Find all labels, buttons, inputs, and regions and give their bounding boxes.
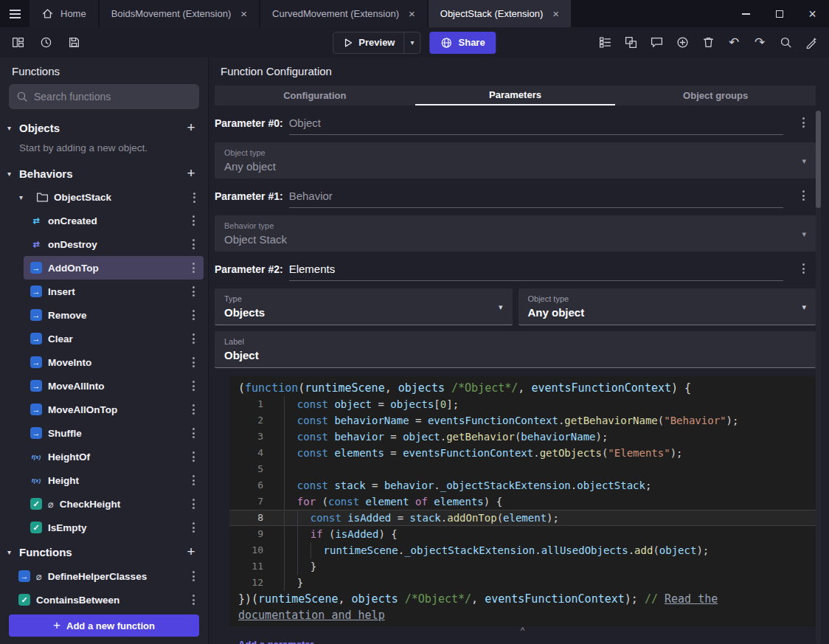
sidebar-item-addontop[interactable]: →AddOnTop (24, 256, 204, 280)
section-objects[interactable]: ▾Objects+ (0, 115, 208, 140)
parameter-name-input[interactable]: Behavior (289, 190, 783, 208)
sidebar-item-ondestroy[interactable]: ⇄onDestroy (24, 232, 204, 256)
item-menu-icon[interactable] (187, 260, 200, 275)
code-line[interactable]: 9 if (isAdded) { (229, 526, 816, 542)
save-icon[interactable] (65, 34, 83, 52)
item-menu-icon[interactable] (187, 190, 201, 205)
item-menu-icon[interactable] (187, 331, 200, 346)
sidebar-item-moveallontop[interactable]: →MoveAllOnTop (24, 398, 204, 421)
sidebar-item-definehelperclasses[interactable]: →⌀DefineHelperClasses (12, 564, 204, 588)
ai-icon[interactable] (802, 34, 820, 52)
add-icon[interactable]: + (183, 120, 199, 136)
redo-icon[interactable]: ↷ (751, 34, 769, 52)
code-line[interactable]: 5 (229, 461, 816, 477)
parameter-menu-icon[interactable] (797, 188, 810, 203)
preview-button[interactable]: Preview ▾ (333, 32, 420, 54)
add-icon[interactable]: + (183, 165, 199, 181)
item-menu-icon[interactable] (187, 426, 200, 440)
sidebar-item-clear[interactable]: →Clear (24, 327, 204, 350)
item-menu-icon[interactable] (187, 520, 200, 535)
main-menu-icon[interactable] (0, 0, 30, 27)
sidebar-group-objectstack[interactable]: ▾ObjectStack (0, 186, 208, 209)
code-editor[interactable]: (function(runtimeScene, objects /*Object… (229, 376, 816, 626)
item-menu-icon[interactable] (187, 355, 200, 370)
sidebar-item-isempty[interactable]: ✓IsEmpty (24, 516, 204, 539)
sidebar-item-oncreated[interactable]: ⇄onCreated (24, 209, 204, 232)
tab-home[interactable]: Home (30, 0, 98, 27)
sidebar-item-shuffle[interactable]: →Shuffle (24, 421, 204, 445)
section-functions[interactable]: ▾Functions+ (0, 539, 208, 564)
minimize-button[interactable] (729, 0, 763, 27)
close-button[interactable]: × (796, 0, 829, 27)
item-menu-icon[interactable] (187, 473, 200, 488)
code-line[interactable]: 12 } (229, 575, 816, 591)
tab-object-groups[interactable]: Object groups (615, 86, 816, 105)
code-line[interactable]: 11 } (229, 558, 816, 575)
item-menu-icon[interactable] (187, 308, 200, 322)
code-line[interactable]: 1 const object = objects[0]; (229, 396, 816, 412)
comment-icon[interactable] (648, 34, 665, 52)
parameter-name-input[interactable]: Object (289, 117, 783, 135)
item-menu-icon[interactable] (187, 569, 200, 584)
section-behaviors[interactable]: ▾Behaviors+ (0, 161, 208, 186)
object-type-select[interactable]: Object type Any object ▾ (518, 288, 816, 325)
search-input[interactable] (34, 91, 192, 103)
undo-icon[interactable]: ↶ (725, 34, 743, 52)
object-type-select[interactable]: Object type Any object ▾ (215, 142, 816, 179)
tab-curvedmovement-extension-[interactable]: CurvedMovement (Extension)× (260, 0, 427, 27)
code-line[interactable]: (function(runtimeScene, objects /*Object… (229, 380, 816, 396)
code-line[interactable]: 2 const behaviorName = eventsFunctionCon… (229, 412, 816, 429)
sidebar-item-moveallinto[interactable]: →MoveAllInto (24, 374, 204, 398)
type-select[interactable]: Type Objects ▾ (215, 288, 513, 325)
item-menu-icon[interactable] (187, 402, 200, 417)
tab-objectstack-extension-[interactable]: ObjectStack (Extension)× (429, 0, 571, 27)
tab-parameters[interactable]: Parameters (415, 86, 616, 105)
code-line[interactable]: 7 for (const element of elements) { (229, 494, 816, 510)
item-menu-icon[interactable] (187, 237, 200, 252)
chevron-down-icon[interactable]: ▾ (404, 38, 420, 46)
code-line[interactable]: 4 const elements = eventsFunctionContext… (229, 445, 816, 461)
item-menu-icon[interactable] (187, 213, 200, 228)
tab-boidsmovement-extension-[interactable]: BoidsMovement (Extension)× (100, 0, 259, 27)
code-line[interactable]: documentation and help (229, 607, 816, 623)
sidebar-item-remove[interactable]: →Remove (24, 303, 204, 327)
close-tab-icon[interactable]: × (552, 7, 559, 20)
code-line[interactable]: 8 const isAdded = stack.addOnTop(element… (229, 510, 816, 526)
sidebar-item-checkheight[interactable]: ✓⌀CheckHeight (24, 492, 204, 516)
scrollbar-thumb[interactable] (816, 111, 821, 208)
history-icon[interactable] (37, 34, 55, 52)
label-field[interactable]: Label Object (215, 331, 816, 368)
behavior-type-select[interactable]: Behavior type Object Stack ▾ (215, 215, 816, 252)
code-line[interactable]: 3 const behavior = object.getBehavior(be… (229, 429, 816, 445)
tab-configuration[interactable]: Configuration (215, 86, 415, 105)
parameter-menu-icon[interactable] (797, 261, 810, 276)
code-line[interactable]: 10 runtimeScene._objectStackExtension.al… (229, 542, 816, 558)
search-icon[interactable] (777, 34, 794, 52)
main-scrollbar[interactable] (816, 111, 821, 644)
editor-expand-icon[interactable]: ^ (229, 626, 816, 637)
sidebar-item-containsbetween[interactable]: ✓ContainsBetween (12, 588, 204, 609)
close-tab-icon[interactable]: × (240, 7, 247, 20)
maximize-button[interactable] (763, 0, 796, 27)
layout-panels-icon[interactable] (9, 34, 27, 52)
trash-icon[interactable] (699, 34, 717, 52)
item-menu-icon[interactable] (187, 496, 200, 511)
sidebar-item-moveinto[interactable]: →MoveInto (24, 350, 204, 374)
parameter-menu-icon[interactable] (797, 115, 810, 130)
add-object-icon[interactable] (673, 34, 691, 52)
object-groups-icon[interactable] (622, 34, 639, 52)
item-menu-icon[interactable] (187, 284, 200, 299)
code-line[interactable]: 6 const stack = behavior._objectStackExt… (229, 477, 816, 494)
add-parameter-button[interactable]: Add a parameter (238, 639, 314, 644)
sidebar-item-heightof[interactable]: f(x)HeightOf (24, 445, 204, 468)
item-menu-icon[interactable] (187, 449, 200, 464)
sidebar-item-insert[interactable]: →Insert (24, 280, 204, 303)
code-line[interactable]: })(runtimeScene, objects /*Object*/, eve… (229, 591, 816, 607)
close-tab-icon[interactable]: × (409, 7, 415, 20)
item-menu-icon[interactable] (187, 592, 200, 607)
sidebar-item-height[interactable]: f(x)Height (24, 468, 204, 492)
add-icon[interactable]: + (183, 544, 199, 560)
instances-list-icon[interactable] (596, 34, 614, 52)
add-function-button[interactable]: + Add a new function (9, 614, 199, 637)
share-button[interactable]: Share (430, 32, 496, 54)
